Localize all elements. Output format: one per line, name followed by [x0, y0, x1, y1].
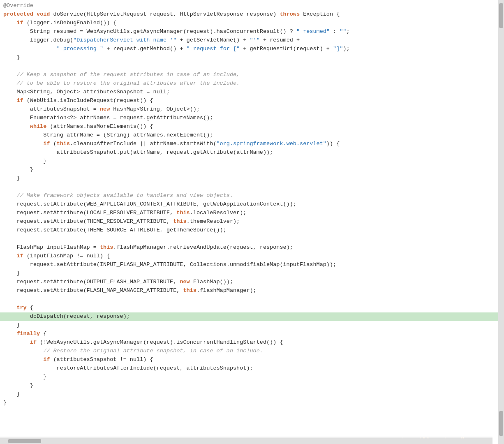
code-line-46: }: [0, 390, 498, 399]
code-line-34: request.setAttribute(FLASH_MAP_MANAGER_A…: [0, 287, 498, 295]
code-line-21: }: [0, 174, 498, 183]
code-line-41: // Restore the original attribute snapsh…: [0, 347, 498, 356]
code-line-43: restoreAttributesAfterInclude(request, a…: [0, 364, 498, 373]
code-line-27: request.setAttribute(THEME_SOURCE_ATTRIB…: [0, 226, 498, 235]
code-line-33: request.setAttribute(OUTPUT_FLASH_MAP_AT…: [0, 278, 498, 287]
horizontal-scrollbar-thumb[interactable]: [8, 439, 41, 443]
code-line-6: " processing " + request.getMethod() + "…: [0, 45, 498, 53]
code-line-20: }: [0, 166, 498, 174]
code-container: @Overrideprotected void doService(HttpSe…: [0, 0, 504, 444]
code-line-40: if (!WebAsyncUtils.getAsyncManager(reque…: [0, 338, 498, 347]
code-line-35: [0, 295, 498, 304]
code-line-31: request.setAttribute(INPUT_FLASH_MAP_ATT…: [0, 261, 498, 269]
code-line-8: [0, 62, 498, 71]
code-line-9: // Keep a snapshot of the request attrib…: [0, 71, 498, 79]
code-line-22: [0, 183, 498, 192]
code-line-10: // to be able to restore the original at…: [0, 79, 498, 88]
horizontal-scrollbar[interactable]: [0, 438, 492, 444]
vertical-scrollbar-bottom-thumb[interactable]: [499, 411, 503, 436]
code-line-17: if (this.cleanupAfterInclude || attrName…: [0, 140, 498, 148]
code-line-36: try {: [0, 304, 498, 312]
code-line-12: if (WebUtils.isIncludeRequest(request)) …: [0, 97, 498, 105]
code-line-3: if (logger.isDebugEnabled()) {: [0, 19, 498, 28]
code-line-28: [0, 235, 498, 243]
code-line-2: protected void doService(HttpServletRequ…: [0, 10, 498, 19]
code-line-5: logger.debug("DispatcherServlet with nam…: [0, 36, 498, 45]
code-line-47: }: [0, 399, 498, 407]
code-line-7: }: [0, 53, 498, 62]
code-line-45: }: [0, 382, 498, 390]
vertical-scrollbar[interactable]: [498, 0, 504, 444]
code-line-30: if (inputFlashMap != null) {: [0, 252, 498, 261]
code-line-13: attributesSnapshot = new HashMap<String,…: [0, 105, 498, 114]
code-line-26: request.setAttribute(THEME_RESOLVER_ATTR…: [0, 217, 498, 226]
code-line-18: attributesSnapshot.put(attrName, request…: [0, 148, 498, 157]
code-line-19: }: [0, 157, 498, 166]
code-line-39: finally {: [0, 330, 498, 338]
code-line-29: FlashMap inputFlashMap = this.flashMapMa…: [0, 243, 498, 252]
code-line-44: }: [0, 373, 498, 382]
code-line-11: Map<String, Object> attributesSnapshot =…: [0, 88, 498, 97]
code-area[interactable]: @Overrideprotected void doService(HttpSe…: [0, 0, 498, 444]
code-line-37: doDispatch(request, response);: [0, 312, 498, 321]
code-line-24: request.setAttribute(WEB_APPLICATION_CON…: [0, 200, 498, 209]
code-content: @Overrideprotected void doService(HttpSe…: [0, 2, 498, 407]
code-line-23: // Make framework objects available to h…: [0, 192, 498, 200]
code-line-42: if (attributesSnapshot != null) {: [0, 356, 498, 364]
vertical-scrollbar-thumb[interactable]: [499, 3, 503, 28]
code-line-4: String resumed = WebAsyncUtils.getAsyncM…: [0, 28, 498, 36]
code-line-32: }: [0, 269, 498, 278]
code-line-1: @Override: [0, 2, 498, 10]
code-line-14: Enumeration<?> attrNames = request.getAt…: [0, 114, 498, 123]
code-line-15: while (attrNames.hasMoreElements()) {: [0, 123, 498, 131]
code-line-16: String attrName = (String) attrNames.nex…: [0, 131, 498, 140]
code-line-25: request.setAttribute(LOCALE_RESOLVER_ATT…: [0, 209, 498, 217]
code-line-38: }: [0, 321, 498, 330]
